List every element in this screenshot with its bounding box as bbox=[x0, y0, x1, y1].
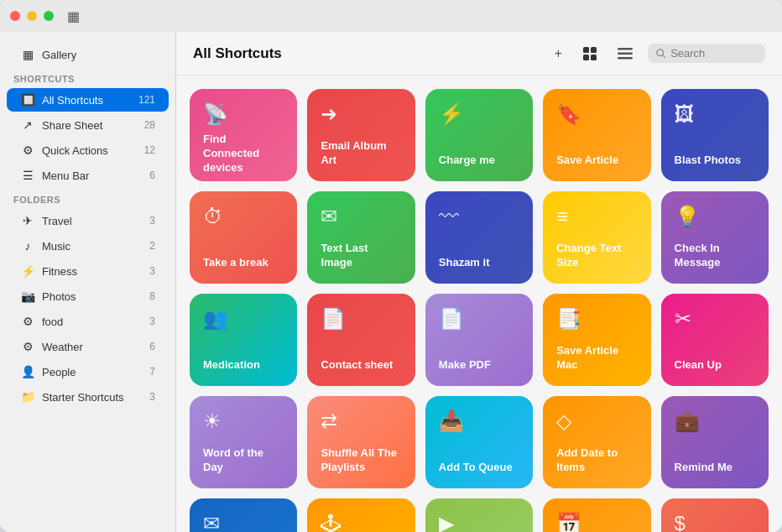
quick-actions-icon: ⚙ bbox=[20, 143, 35, 158]
weather-icon: ⚙ bbox=[20, 339, 35, 354]
card-email-album[interactable]: ➜ Email Album Art bbox=[307, 89, 414, 181]
card-shuffle-playlists[interactable]: ⇄ Shuffle All The Playlists bbox=[307, 396, 414, 488]
shuffle-playlists-label: Shuffle All The Playlists bbox=[321, 446, 401, 475]
check-in-message-icon: 💡 bbox=[675, 205, 755, 228]
sidebar-item-quick-actions[interactable]: ⚙ Quick Actions 12 bbox=[7, 138, 169, 162]
sidebar-toggle-icon[interactable]: ▦ bbox=[67, 8, 80, 24]
svg-line-8 bbox=[663, 55, 665, 58]
contact-sheet-label: Contact sheet bbox=[321, 358, 401, 373]
main-layout: ▦ Gallery Shortcuts 🔲 All Shortcuts 121 … bbox=[0, 32, 782, 532]
sidebar-item-people[interactable]: 👤 People 7 bbox=[7, 360, 169, 383]
remind-me-icon: 💼 bbox=[675, 409, 755, 433]
find-connected-label: Find Connected devices bbox=[203, 133, 284, 175]
card-add-to-queue[interactable]: 📥 Add To Queue bbox=[425, 396, 533, 488]
sidebar-item-weather[interactable]: ⚙ Weather 6 bbox=[7, 335, 169, 358]
list-view-button[interactable] bbox=[613, 44, 638, 63]
svg-rect-3 bbox=[591, 55, 597, 60]
quick-actions-label: Quick Actions bbox=[42, 144, 138, 157]
sidebar-item-gallery[interactable]: ▦ Gallery bbox=[7, 43, 169, 66]
sidebar-item-travel[interactable]: ✈ Travel 3 bbox=[7, 209, 169, 232]
sidebar-item-share-sheet[interactable]: ↗ Share Sheet 28 bbox=[7, 113, 169, 137]
blast-photos-label: Blast Photos bbox=[675, 154, 755, 168]
medication-icon: 👥 bbox=[203, 307, 284, 331]
card-make-pdf[interactable]: 📄 Make PDF bbox=[425, 294, 533, 386]
all-shortcuts-icon: 🔲 bbox=[20, 92, 35, 107]
card-email-myself[interactable]: ✉ Email Myself bbox=[190, 498, 297, 532]
card-shazam-it[interactable]: 〰 Shazam it bbox=[425, 191, 533, 284]
travel-label: Travel bbox=[42, 215, 138, 227]
add-button[interactable]: + bbox=[550, 43, 567, 65]
card-save-article[interactable]: 🔖 Save Article bbox=[543, 89, 650, 181]
sidebar-folders-header: Folders bbox=[0, 188, 175, 208]
people-count: 7 bbox=[138, 366, 155, 378]
medication-label: Medication bbox=[203, 358, 284, 373]
minimize-button[interactable] bbox=[27, 11, 37, 21]
make-pdf-icon: 📄 bbox=[439, 307, 519, 331]
card-sort-lines[interactable]: ▶ Sort Lines bbox=[425, 498, 533, 532]
card-calculate-tip[interactable]: $ Calculate Tip bbox=[661, 498, 769, 532]
music-icon: ♪ bbox=[20, 238, 35, 253]
gas-street-icon: 🕹 bbox=[321, 512, 401, 532]
sidebar-item-food[interactable]: ⚙ food 3 bbox=[7, 310, 169, 333]
email-album-label: Email Album Art bbox=[321, 139, 401, 168]
sidebar-item-all-shortcuts[interactable]: 🔲 All Shortcuts 121 bbox=[7, 88, 169, 112]
travel-icon: ✈ bbox=[20, 213, 35, 228]
card-take-break[interactable]: ⏱ Take a break bbox=[190, 191, 297, 284]
card-medication[interactable]: 👥 Medication bbox=[190, 294, 297, 386]
card-save-article-mac[interactable]: 📑 Save Article Mac bbox=[543, 294, 650, 386]
add-date-items-label: Add Date to Items bbox=[556, 446, 637, 475]
add-to-queue-label: Add To Queue bbox=[439, 461, 519, 475]
app-window: ▦ ▦ Gallery Shortcuts 🔲 All Shortcuts 12… bbox=[0, 0, 782, 532]
text-last-image-icon: ✉ bbox=[321, 205, 401, 228]
sidebar-item-starter[interactable]: 📁 Starter Shortcuts 3 bbox=[7, 385, 169, 409]
sidebar-item-music[interactable]: ♪ Music 2 bbox=[7, 234, 169, 258]
make-pdf-label: Make PDF bbox=[439, 358, 519, 373]
close-button[interactable] bbox=[10, 11, 20, 21]
share-sheet-icon: ↗ bbox=[20, 117, 35, 133]
fitness-label: Fitness bbox=[42, 265, 138, 278]
menu-bar-icon: ☰ bbox=[20, 168, 35, 183]
card-find-connected[interactable]: 📡 Find Connected devices bbox=[190, 89, 297, 181]
all-shortcuts-label: All Shortcuts bbox=[42, 94, 138, 107]
email-myself-icon: ✉ bbox=[203, 512, 284, 532]
page-title: All Shortcuts bbox=[193, 45, 540, 62]
remind-me-label: Remind Me bbox=[675, 461, 755, 475]
clean-up-label: Clean Up bbox=[675, 358, 755, 373]
search-input[interactable] bbox=[670, 47, 757, 60]
card-word-of-the-day[interactable]: ☀ Word of the Day bbox=[190, 396, 297, 488]
shazam-it-icon: 〰 bbox=[439, 205, 519, 228]
grid-view-button[interactable] bbox=[577, 43, 602, 65]
card-gas-street[interactable]: 🕹 Gas On This Street bbox=[307, 498, 414, 532]
save-article-mac-icon: 📑 bbox=[556, 307, 637, 331]
card-add-date-items[interactable]: ◇ Add Date to Items bbox=[543, 396, 650, 488]
people-label: People bbox=[42, 366, 138, 378]
contact-sheet-icon: 📄 bbox=[321, 307, 401, 331]
music-label: Music bbox=[42, 240, 138, 253]
svg-rect-2 bbox=[583, 55, 589, 60]
take-break-icon: ⏱ bbox=[203, 205, 284, 228]
card-charge-me[interactable]: ⚡ Charge me bbox=[425, 89, 533, 181]
card-how-many-days[interactable]: 📅 How Many Days Until bbox=[543, 498, 650, 532]
sidebar-item-photos[interactable]: 📷 Photos 8 bbox=[7, 284, 169, 308]
card-text-last-image[interactable]: ✉ Text Last Image bbox=[307, 191, 414, 284]
photos-icon: 📷 bbox=[20, 289, 35, 304]
food-icon: ⚙ bbox=[20, 314, 35, 329]
food-count: 3 bbox=[138, 316, 155, 327]
card-contact-sheet[interactable]: 📄 Contact sheet bbox=[307, 294, 414, 386]
starter-label: Starter Shortcuts bbox=[42, 391, 138, 404]
share-sheet-count: 28 bbox=[138, 119, 155, 131]
sidebar-item-fitness[interactable]: ⚡ Fitness 3 bbox=[7, 259, 169, 283]
change-text-size-label: Change Text Size bbox=[556, 242, 637, 270]
word-of-the-day-label: Word of the Day bbox=[203, 446, 284, 475]
card-remind-me[interactable]: 💼 Remind Me bbox=[661, 396, 769, 488]
card-blast-photos[interactable]: 🖼 Blast Photos bbox=[661, 89, 769, 181]
card-clean-up[interactable]: ✂ Clean Up bbox=[661, 294, 769, 386]
change-text-size-icon: ≡ bbox=[556, 205, 637, 228]
search-icon bbox=[656, 48, 665, 59]
card-check-in-message[interactable]: 💡 Check In Message bbox=[661, 191, 769, 284]
maximize-button[interactable] bbox=[44, 11, 54, 21]
photos-label: Photos bbox=[42, 290, 138, 303]
how-many-days-icon: 📅 bbox=[556, 512, 637, 532]
sidebar-item-menu-bar[interactable]: ☰ Menu Bar 6 bbox=[7, 164, 169, 187]
card-change-text-size[interactable]: ≡ Change Text Size bbox=[543, 191, 650, 284]
